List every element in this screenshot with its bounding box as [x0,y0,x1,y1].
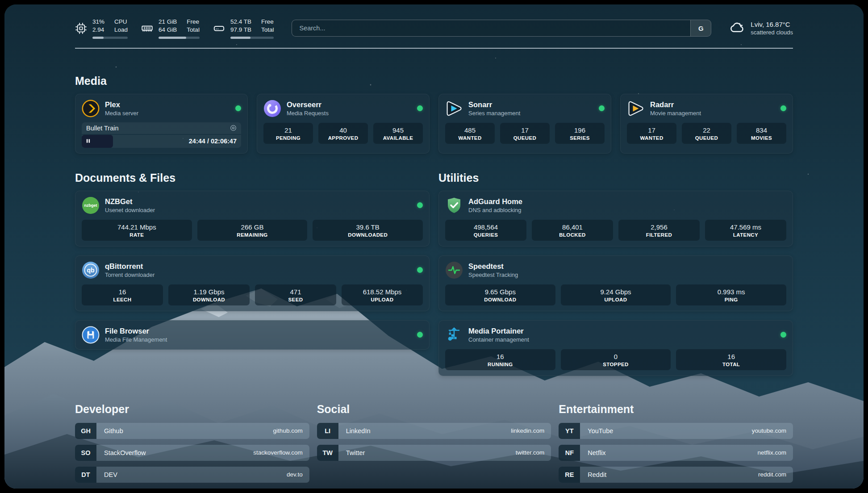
bookmark-name: DEV [96,467,117,483]
bookmark-name: Twitter [338,445,365,461]
stat-tile: 16 RUNNING [445,349,555,370]
stat-value: 196 [557,126,603,134]
app-card-radarr[interactable]: Radarr Movie management 17 WANTED 22 QUE… [620,94,793,154]
memory-widget: 21 GiB 64 GiB Free Total [141,18,200,39]
app-title: NZBGet [105,197,155,206]
bookmark-netflix[interactable]: NF Netflix netflix.com [559,445,793,461]
stat-value: 834 [739,126,785,134]
stat-tile: 86,401 BLOCKED [532,220,613,241]
bookmark-dev[interactable]: DT DEV dev.to [75,467,309,483]
app-subtitle: Media Requests [287,110,329,117]
app-title: Overseerr [287,100,329,109]
stat-tile: 17 WANTED [627,123,676,144]
stat-tile: 16 LEECH [82,284,163,305]
qbittorrent-icon: qb [82,261,100,279]
stat-tile: 0.993 ms PING [676,284,786,305]
bookmark-url: twitter.com [516,445,551,461]
cpu-progress-bar [92,37,128,39]
app-title: qBittorrent [105,262,154,271]
stat-label: DOWNLOAD [170,297,248,302]
bookmark-twitter[interactable]: TW Twitter twitter.com [317,445,551,461]
stat-value: 744.21 Mbps [83,223,190,231]
stat-value: 16 [447,353,554,360]
stat-tile: 0 STOPPED [561,349,671,370]
status-dot [417,267,423,273]
bookmark-abbr: YT [559,423,580,439]
memory-label-bottom: Total [187,26,200,34]
bookmark-url: netflix.com [757,445,793,461]
app-card-nzbget[interactable]: nzbget NZBGet Usenet downloader 744.21 M… [75,191,430,246]
app-subtitle: Series management [468,110,520,117]
stat-value: 485 [447,126,493,134]
app-card-plex[interactable]: Plex Media server Bullet Train [75,94,248,154]
sonarr-icon [445,100,463,117]
stat-tile: 498,564 QUERIES [445,220,526,241]
bookmark-stackoverflow[interactable]: SO StackOverflow stackoverflow.com [75,445,309,461]
stat-value: 0 [563,353,669,360]
bookmark-name: Reddit [580,467,606,483]
stat-label: PENDING [265,135,311,141]
app-card-adguard[interactable]: AdGuard Home DNS and adblocking 498,564 … [438,191,793,246]
stat-label: AVAILABLE [375,135,421,141]
stat-label: DOWNLOAD [447,297,554,302]
bookmark-linkedin[interactable]: LI LinkedIn linkedin.com [317,423,551,439]
stat-label: LATENCY [707,232,785,238]
radarr-icon [627,100,645,117]
section-title-utilities: Utilities [438,171,793,184]
stat-value: 2,956 [620,223,698,231]
stat-value: 39.6 TB [314,223,421,231]
stat-tile: 22 QUEUED [682,123,731,144]
bookmark-name: Github [96,423,123,439]
app-title: Plex [105,100,138,109]
search-input[interactable] [292,20,690,36]
memory-label-top: Free [187,18,200,26]
stat-value: 21 [265,126,311,134]
stat-label: BLOCKED [534,232,611,238]
app-card-sonarr[interactable]: Sonarr Series management 485 WANTED 17 Q… [438,94,611,154]
search-engine-button[interactable]: G [690,20,711,36]
bookmark-abbr: NF [559,445,580,461]
stat-value: 1.19 Gbps [170,288,248,296]
stat-value: 0.993 ms [678,288,785,296]
app-card-portainer[interactable]: Media Portainer Container management 16 … [438,320,793,376]
pause-icon [86,137,91,145]
overseerr-icon [263,100,281,117]
stat-tile: 266 GB REMAINING [197,220,308,241]
status-dot [599,105,605,111]
cpu-usage: 31% [92,18,104,26]
weather-location-temp: Lviv, 16.87°C [751,21,793,28]
stat-value: 471 [257,288,334,296]
disk-progress-bar [230,37,274,39]
stat-tile: 2,956 FILTERED [618,220,700,241]
stat-value: 86,401 [534,223,611,231]
stat-tile: 618.52 Mbps UPLOAD [342,284,423,305]
stat-label: SEED [257,297,334,302]
app-card-filebrowser[interactable]: File Browser Media File Management [75,320,430,350]
bookmark-github[interactable]: GH Github github.com [75,423,309,439]
disk-free: 52.4 TB [230,18,251,26]
app-card-speedtest[interactable]: Speedtest Speedtest Tracking 9.65 Gbps D… [438,255,793,311]
stat-label: MOVIES [739,135,785,141]
bookmark-youtube[interactable]: YT YouTube youtube.com [559,423,793,439]
app-card-qbittorrent[interactable]: qb qBittorrent Torrent downloader 16 [75,255,430,311]
bookmark-reddit[interactable]: RE Reddit reddit.com [559,467,793,483]
stat-label: QUEUED [502,135,548,141]
disk-icon [213,22,225,34]
stat-tile: 9.65 Gbps DOWNLOAD [445,284,555,305]
memory-total: 64 GiB [159,26,177,34]
app-subtitle: DNS and adblocking [468,207,522,213]
filebrowser-icon [82,326,100,344]
weather-widget: Lviv, 16.87°C scattered clouds [729,19,793,37]
app-card-overseerr[interactable]: Overseerr Media Requests 21 PENDING 40 A… [257,94,430,154]
status-dot [780,105,786,111]
header-divider [75,48,793,49]
app-subtitle: Usenet downloader [105,207,155,213]
stat-value: 17 [502,126,548,134]
disk-label-bottom: Total [261,26,274,34]
stat-tile: 945 AVAILABLE [373,123,423,144]
app-subtitle: Media server [105,110,138,117]
bookmark-abbr: SO [75,445,96,461]
stat-label: APPROVED [320,135,366,141]
cpu-label-bottom: Load [114,26,128,34]
bookmark-url: reddit.com [758,467,793,483]
